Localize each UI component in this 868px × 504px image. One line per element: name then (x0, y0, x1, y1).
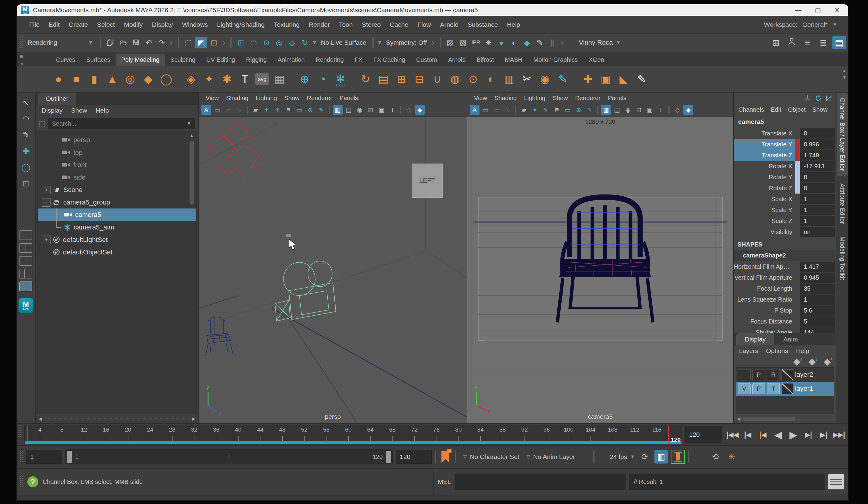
gate-mask-icon[interactable]: ▤ (344, 105, 353, 115)
camera-attributes-icon[interactable]: ✳ (541, 105, 551, 115)
outliner-menu-item[interactable]: Show (67, 106, 92, 115)
graph-overlay-icon[interactable]: ∿ (503, 105, 512, 115)
anim-layer-selector[interactable]: ▽ No Anim Layer (527, 453, 575, 461)
menu-item[interactable]: Render (304, 19, 334, 31)
bevel-icon[interactable]: ◐ (484, 71, 499, 88)
channel-box-menu-item[interactable]: Channels (735, 105, 768, 114)
viewport-menu-item[interactable]: Shading (223, 93, 252, 103)
frame-selection-icon[interactable]: ▭ (213, 105, 222, 115)
channel-label[interactable]: Focal Length (734, 283, 795, 294)
shelf-tab[interactable]: UV Editing (201, 53, 240, 66)
channel-label[interactable]: Translate Y (734, 139, 795, 150)
channel-box-menu-item[interactable]: Object (785, 105, 809, 114)
close-button[interactable]: ✕ (834, 7, 840, 14)
safe-action-icon[interactable]: ⊡ (634, 105, 644, 115)
channel-value[interactable]: 0.996 (800, 139, 835, 150)
menu-item[interactable]: Modify (119, 19, 147, 31)
menu-item[interactable]: Edit (44, 19, 64, 31)
grease-pencil-icon[interactable]: ✎ (585, 105, 595, 115)
shelf-tab[interactable]: FX (350, 53, 368, 66)
channel-value[interactable]: 1 (800, 194, 835, 205)
animation-start-field[interactable]: 1 (26, 450, 62, 464)
hypershade-render-icon[interactable]: ◐ (508, 37, 520, 48)
layout-three-pane-button[interactable] (20, 269, 32, 278)
mirror-geometry-icon[interactable]: ▤ (376, 71, 391, 88)
menu-item[interactable]: Texturing (269, 19, 304, 31)
side-panel-tab[interactable]: Attribute Editor (837, 179, 848, 228)
frame-selection-icon[interactable]: ▭ (481, 105, 490, 115)
outliner-item[interactable]: defaultObjectSet (38, 246, 196, 258)
layer-row[interactable]: V P T layer1 (736, 382, 834, 395)
select-hierarchy-icon[interactable]: ⬚ (183, 37, 194, 48)
bridge-icon[interactable]: ▥ (502, 71, 517, 88)
outliner-horizontal-scrollbar[interactable]: ◀▶ (35, 414, 198, 423)
select-highlight-icon[interactable]: A (202, 105, 211, 115)
attribute-editor-toggle-icon[interactable]: ≣ (817, 36, 830, 49)
crease-set-icon[interactable]: ◣ (616, 71, 631, 88)
gap[interactable] (176, 71, 181, 88)
pan-zoom-icon[interactable]: ⊕ (306, 105, 315, 115)
gap[interactable] (573, 71, 577, 88)
auto-key-toggle[interactable] (671, 450, 685, 464)
target-weld-icon[interactable]: ◉ (537, 71, 552, 88)
camera-attributes-icon[interactable]: ✳ (272, 105, 282, 115)
channel-box-menu-item[interactable]: Show (809, 105, 831, 114)
shaded-icon[interactable]: ◆ (415, 105, 425, 115)
paint-select-tool-icon[interactable]: ✎ (19, 128, 33, 142)
character-set-selector[interactable]: ▽ No Character Set (463, 453, 519, 461)
make-live-icon[interactable]: ↻ (299, 37, 311, 48)
layer-visibility-toggle[interactable] (738, 369, 751, 380)
snap-options-caret-icon[interactable]: ▼ (312, 40, 317, 45)
select-object-icon[interactable]: ◩ (195, 37, 207, 48)
layer-playback-toggle[interactable]: P (752, 383, 765, 394)
layout-single-pane-button[interactable] (20, 230, 32, 240)
channel-label[interactable]: Scale Y (734, 205, 795, 215)
helpbar-drag-handle[interactable] (19, 475, 23, 488)
channel-label[interactable]: Horizontal Film Aperture (734, 261, 795, 272)
channel-value[interactable]: 0 (800, 128, 835, 139)
menu-item[interactable]: Select (93, 19, 119, 31)
gap[interactable] (351, 71, 355, 88)
multi-cut-icon[interactable]: ✂ (519, 71, 535, 88)
menu-item[interactable]: Toon (334, 19, 358, 31)
safe-action-icon[interactable]: ⊡ (366, 105, 375, 115)
poly-torus-icon[interactable]: ◎ (123, 71, 138, 88)
platonic-solid-icon[interactable]: ◈ (184, 71, 199, 88)
shelf-menu-icon[interactable]: ≡ (20, 53, 24, 60)
expander-icon[interactable]: + (42, 236, 51, 244)
cached-playback-toggle-icon[interactable]: ▥ (654, 450, 668, 464)
render-sequence-icon[interactable]: ◆ (521, 37, 533, 48)
outliner-item[interactable]: + defaultLightSet (38, 234, 196, 246)
shaded-icon[interactable]: ◆ (683, 105, 693, 115)
shelf-tab[interactable]: Arnold (443, 53, 471, 66)
live-surface-label[interactable]: No Live Surface (319, 39, 369, 46)
animation-end-field[interactable]: 120 (396, 450, 432, 464)
xyz-gizmo-icon[interactable] (804, 95, 811, 103)
select-tool-icon[interactable]: ↖ (19, 96, 33, 110)
render-current-frame-icon[interactable]: ▧ (457, 37, 469, 48)
film-gate-icon[interactable]: ▭ (294, 105, 304, 115)
graph-icon[interactable] (825, 95, 833, 103)
layer-display-type-toggle[interactable]: T (767, 383, 780, 394)
shelf-tab[interactable]: Surfaces (81, 53, 115, 66)
poly-cube-icon[interactable]: ■ (69, 71, 84, 88)
sculpt-brush-icon[interactable]: ✚ (580, 71, 596, 88)
pause-viewport-icon[interactable]: ∥ (547, 37, 558, 48)
script-editor-icon[interactable] (828, 474, 844, 490)
go-to-end-button[interactable]: ▶▶| (831, 425, 846, 444)
help-icon[interactable]: ? (27, 476, 38, 487)
layer-playback-toggle[interactable]: P (752, 369, 765, 380)
modeling-toolkit-icon[interactable]: ⊞ (769, 36, 783, 49)
viewport-menu-item[interactable]: Panels (336, 93, 362, 103)
wireframe-icon[interactable]: ◇ (672, 105, 682, 115)
sep[interactable] (597, 106, 598, 114)
bookmark-icon[interactable]: ⚑ (552, 105, 562, 115)
loop-mode-icon[interactable]: ⟳ (638, 450, 651, 464)
outliner-menu-item[interactable]: Display (38, 106, 67, 115)
field-chart-icon[interactable]: ◉ (623, 105, 633, 115)
outliner-item[interactable]: front (38, 158, 196, 171)
menu-item[interactable]: File (25, 19, 44, 31)
channel-label[interactable]: Rotate Z (734, 183, 795, 194)
lock-camera-icon[interactable]: ✦ (262, 105, 271, 115)
select-component-icon[interactable]: ⊡ (208, 37, 220, 48)
